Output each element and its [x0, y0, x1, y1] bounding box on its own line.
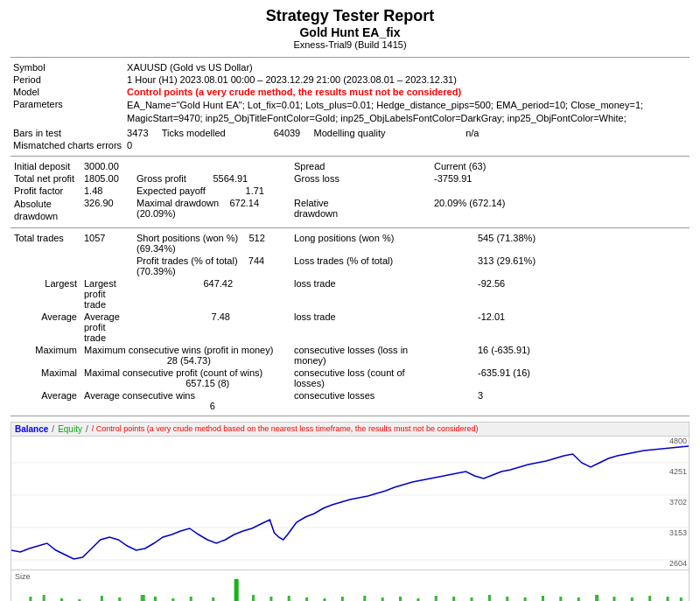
- svg-rect-10: [141, 595, 145, 601]
- average-loss-label: loss trade: [290, 311, 422, 344]
- loss-trades-value: 313 (29.61%): [474, 255, 690, 277]
- svg-rect-33: [559, 597, 562, 601]
- bars-value: 3473: [127, 128, 148, 138]
- maximal-consec-profit-value: 657.15 (8): [186, 378, 229, 388]
- svg-rect-36: [612, 597, 615, 601]
- svg-rect-30: [506, 597, 508, 601]
- symbol-value: XAUUSD (Gold vs US Dollar): [124, 61, 690, 73]
- average-consec-wins-label: Average consecutive wins 6: [80, 389, 290, 412]
- total-trades-value: 1057: [80, 232, 133, 255]
- relative-drawdown-label: Relative drawdown: [290, 197, 378, 224]
- svg-rect-24: [399, 597, 402, 601]
- svg-rect-38: [648, 596, 651, 601]
- svg-rect-40: [680, 598, 682, 601]
- average-profit-value: 7.48: [212, 311, 230, 322]
- abs-drawdown-value: 326.90: [80, 197, 133, 224]
- svg-rect-18: [288, 596, 290, 601]
- largest-profit-value: 647.42: [203, 278, 233, 289]
- legend-balance: Balance: [15, 424, 48, 434]
- chart-header: Balance / Equity / / Control points (a v…: [11, 423, 689, 437]
- legend-equity: Equity: [58, 424, 82, 434]
- long-pos-label: Long positions (won %): [290, 232, 422, 255]
- params-value: EA_Name="Gold Hunt EA"; Lot_fix=0.01; Lo…: [124, 98, 690, 127]
- svg-rect-31: [524, 598, 527, 601]
- svg-rect-19: [305, 598, 308, 601]
- maximal-consec-loss-value: -635.91 (16): [474, 367, 690, 389]
- svg-rect-14: [212, 598, 214, 601]
- relative-drawdown-value: 20.09% (672.14): [430, 197, 690, 224]
- expected-payoff-label: Expected payoff: [136, 185, 206, 196]
- svg-rect-4: [29, 597, 32, 601]
- svg-rect-34: [578, 598, 580, 601]
- size-chart: Size: [11, 570, 689, 601]
- profit-factor-label: Profit factor: [10, 185, 80, 197]
- svg-rect-6: [60, 598, 63, 601]
- largest-loss-label: loss trade: [290, 277, 422, 311]
- period-label: Period: [10, 73, 124, 86]
- net-profit-label: Total net profit: [10, 172, 80, 185]
- svg-rect-13: [190, 597, 192, 601]
- max-consec-wins-value: 28 (54.73): [167, 355, 211, 366]
- gross-profit-label: Gross profit: [136, 173, 186, 184]
- average-consec-losses-value: 3: [474, 389, 690, 412]
- bars-label: Bars in test: [10, 127, 124, 139]
- average-consec-wins-value: 6: [210, 401, 215, 411]
- svg-rect-15: [234, 579, 239, 601]
- build-info: Exness-Trial9 (Build 1415): [10, 39, 690, 50]
- symbol-label: Symbol: [10, 61, 124, 73]
- balance-chart: [11, 437, 689, 568]
- largest-profit-label: Largest: [10, 277, 80, 311]
- loss-trades-label: Loss trades (% of total): [290, 255, 422, 277]
- average-label: Average: [10, 311, 80, 344]
- profit-trades-label: Profit trades (% of total): [136, 255, 238, 266]
- svg-rect-12: [172, 598, 174, 601]
- svg-rect-39: [667, 597, 669, 601]
- ticks-label: Ticks modelled: [162, 128, 226, 138]
- average-loss-value: -12.01: [474, 311, 690, 344]
- svg-rect-35: [595, 595, 598, 601]
- net-profit-value: 1805.00: [80, 172, 133, 185]
- mismatched-label: Mismatched charts errors: [10, 139, 124, 152]
- model-label: Model: [10, 86, 124, 98]
- largest-profit-label2: Largest profit trade: [80, 277, 133, 311]
- svg-rect-8: [101, 596, 103, 601]
- gross-profit-value: 5564.91: [213, 173, 248, 184]
- svg-rect-21: [341, 597, 344, 601]
- svg-rect-9: [118, 598, 121, 601]
- period-value: 1 Hour (H1) 2023.08.01 00:00 – 2023.12.2…: [124, 73, 690, 86]
- svg-rect-17: [270, 597, 272, 601]
- gross-loss-label: Gross loss: [290, 172, 378, 185]
- svg-rect-29: [488, 595, 491, 601]
- report-title: Strategy Tester Report: [10, 7, 690, 25]
- model-value: Control points (a very crude method, the…: [124, 86, 690, 98]
- chart-container: Balance / Equity / / Control points (a v…: [10, 422, 690, 601]
- average2-label: Average: [10, 389, 80, 412]
- mismatched-value: 0: [124, 139, 690, 152]
- svg-rect-32: [542, 596, 544, 601]
- svg-rect-28: [470, 598, 472, 601]
- maximum-label: Maximum: [10, 344, 80, 367]
- profit-factor-value: 1.48: [80, 185, 133, 197]
- initial-deposit-label: Initial deposit: [10, 160, 80, 172]
- ticks-value: 64039: [274, 128, 301, 138]
- max-consec-wins-label: Maximum consecutive wins (profit in mone…: [80, 344, 290, 367]
- size-chart-svg: [11, 570, 689, 601]
- svg-rect-16: [252, 595, 255, 601]
- svg-rect-25: [416, 598, 419, 601]
- total-trades-label: Total trades: [10, 232, 80, 255]
- average-profit-label: Average profit trade: [80, 311, 133, 344]
- modelling-label: Modelling quality: [314, 128, 386, 138]
- spread-value: Current (63): [430, 160, 690, 172]
- svg-rect-27: [452, 597, 455, 601]
- svg-rect-11: [154, 597, 157, 601]
- svg-rect-22: [363, 596, 366, 601]
- maximal-drawdown-label: Maximal drawdown: [136, 198, 219, 208]
- max-consec-losses-value: 16 (-635.91): [474, 344, 690, 367]
- svg-rect-5: [43, 595, 46, 601]
- gross-loss-value: -3759.91: [430, 172, 690, 185]
- svg-rect-26: [435, 596, 438, 601]
- average-consec-losses-label: consecutive losses: [290, 389, 422, 412]
- expected-payoff-value: 1.71: [246, 185, 264, 196]
- short-pos-label: Short positions (won %): [136, 233, 238, 243]
- params-label: Parameters: [10, 98, 124, 127]
